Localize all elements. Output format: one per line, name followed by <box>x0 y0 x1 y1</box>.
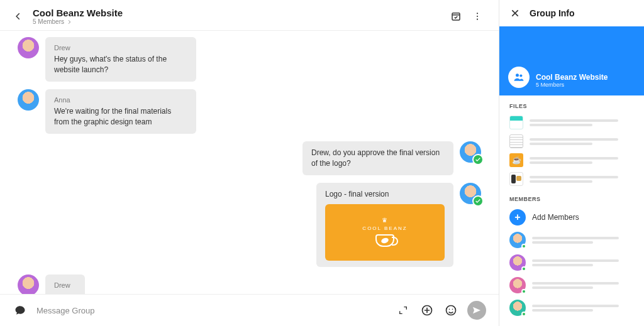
file-thumb-icon <box>509 116 523 129</box>
add-members-button[interactable]: + Add Members <box>499 206 644 229</box>
file-item[interactable] <box>499 113 644 132</box>
svg-point-7 <box>452 309 453 310</box>
message-text: Hey guys, what's the status of the websi… <box>54 54 187 75</box>
members-section-label: MEMBERS <box>499 188 644 206</box>
group-title-block: Cool Beanz Website 5 Members <box>536 73 608 88</box>
chat-title: Cool Beanz Website <box>33 8 123 18</box>
avatar[interactable] <box>18 37 39 58</box>
files-section-label: FILES <box>499 95 644 113</box>
message-row: Drew, do you approve the final version o… <box>18 141 481 175</box>
file-thumb-icon <box>509 172 523 186</box>
avatar <box>509 277 526 293</box>
send-button[interactable] <box>467 301 486 320</box>
presence-dot-icon <box>521 312 526 317</box>
member-item[interactable] <box>499 296 644 319</box>
chat-column: Cool Beanz Website 5 Members Drew Hey gu… <box>0 0 499 326</box>
group-info-panel: Group Info Cool Beanz Website 5 Members … <box>499 0 644 326</box>
chat-header: Cool Beanz Website 5 Members <box>0 0 499 31</box>
file-item[interactable] <box>499 132 644 151</box>
add-members-label: Add Members <box>532 213 579 222</box>
presence-dot-icon <box>521 289 526 294</box>
member-item[interactable] <box>499 229 644 251</box>
message-bubble: Drew Hey guys, what's the status of the … <box>45 37 196 82</box>
presence-dot-icon <box>521 244 526 249</box>
typing-indicator <box>54 292 76 294</box>
file-thumb-icon <box>509 134 523 148</box>
avatar <box>509 232 526 248</box>
svg-point-2 <box>477 16 478 17</box>
message-row: Logo - final version ♛ COOL BEANZ <box>18 183 481 268</box>
chat-subtitle[interactable]: 5 Members <box>33 18 123 25</box>
avatar <box>509 300 526 316</box>
message-sender: Anna <box>54 95 187 105</box>
back-icon[interactable] <box>13 11 24 22</box>
message-bubble: Anna We're waiting for the final materia… <box>45 89 196 134</box>
message-bubble: Drew, do you approve the final version o… <box>303 141 453 175</box>
avatar[interactable] <box>18 89 39 111</box>
member-item[interactable] <box>499 274 644 296</box>
more-icon[interactable] <box>469 8 486 25</box>
info-header: Group Info <box>499 0 644 26</box>
message-row: Drew Hey guys, what's the status of the … <box>18 37 481 82</box>
message-row: Anna We're waiting for the final materia… <box>18 89 481 134</box>
message-row: Drew <box>18 274 481 294</box>
chat-title-block: Cool Beanz Website 5 Members <box>33 8 123 25</box>
emoji-icon[interactable] <box>443 303 458 318</box>
message-input-bar: Message Group <box>0 294 499 326</box>
archive-icon[interactable] <box>447 8 465 25</box>
avatar <box>509 254 526 271</box>
member-item[interactable] <box>499 251 644 274</box>
group-avatar-icon <box>508 67 530 88</box>
avatar[interactable] <box>460 141 481 163</box>
presence-dot-icon <box>521 266 526 271</box>
message-sender: Drew <box>54 43 187 53</box>
message-sender: Drew <box>54 281 76 290</box>
message-bubble: Drew <box>45 274 85 294</box>
message-text: We're waiting for the final materials fr… <box>54 106 187 128</box>
crown-icon: ♛ <box>382 216 389 225</box>
sent-status-icon <box>472 154 484 165</box>
chat-body: Drew Hey guys, what's the status of the … <box>0 31 499 294</box>
add-icon[interactable] <box>419 303 435 318</box>
info-title: Group Info <box>530 8 575 18</box>
plus-icon: + <box>509 209 526 225</box>
attachment-image[interactable]: ♛ COOL BEANZ <box>325 204 445 261</box>
group-name: Cool Beanz Website <box>536 73 608 82</box>
message-text: Logo - final version <box>325 189 445 200</box>
svg-point-3 <box>477 19 478 20</box>
svg-point-1 <box>477 13 478 14</box>
cup-icon <box>375 234 394 247</box>
file-item[interactable] <box>499 170 644 188</box>
avatar[interactable] <box>18 274 39 294</box>
file-item[interactable] <box>499 151 644 170</box>
avatar[interactable] <box>460 183 481 204</box>
chat-subtitle-text: 5 Members <box>33 18 64 25</box>
file-thumb-icon <box>509 153 523 167</box>
svg-point-5 <box>447 306 456 315</box>
message-text: Drew, do you approve the final version o… <box>311 148 445 169</box>
group-cover: Cool Beanz Website 5 Members <box>499 26 644 95</box>
expand-icon[interactable] <box>396 303 411 318</box>
group-subtitle: 5 Members <box>536 82 608 88</box>
svg-point-8 <box>516 73 519 77</box>
chat-bubble-icon <box>13 303 28 318</box>
message-input[interactable]: Message Group <box>36 306 387 315</box>
svg-rect-0 <box>452 13 460 20</box>
svg-point-9 <box>519 74 522 77</box>
close-icon[interactable] <box>509 8 521 19</box>
message-bubble: Logo - final version ♛ COOL BEANZ <box>316 183 453 268</box>
sent-status-icon <box>472 195 484 207</box>
logo-brand-text: COOL BEANZ <box>362 225 407 232</box>
svg-point-6 <box>449 309 450 310</box>
